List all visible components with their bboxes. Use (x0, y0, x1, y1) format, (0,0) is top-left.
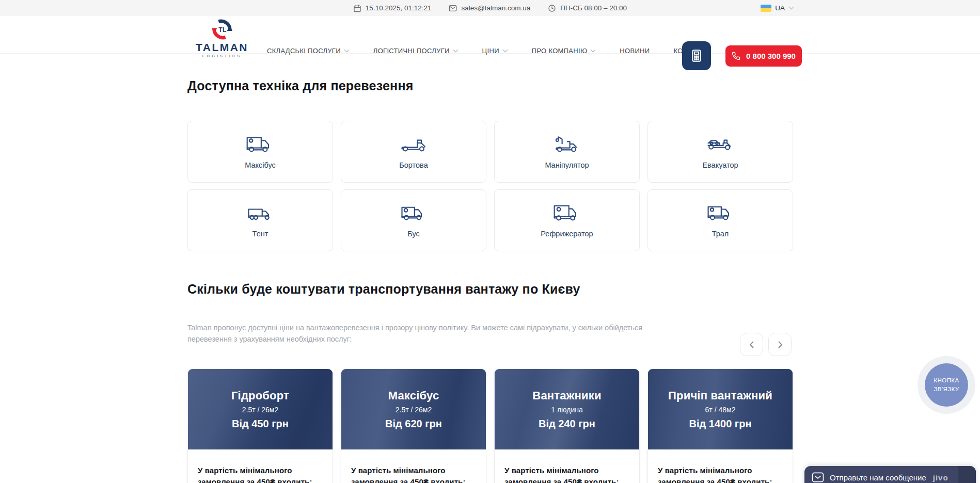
chat-widget-bar[interactable]: Отправьте нам сообщение jivo (804, 466, 976, 483)
phone-call-button[interactable]: 0 800 300 990 (725, 45, 802, 67)
nav-item-about-company[interactable]: ПРО КОМПАНІЮ (532, 47, 596, 55)
svg-text:TL: TL (218, 26, 227, 34)
carousel-nav (740, 333, 792, 356)
price-card-capacity: 6т / 48м2 (705, 406, 736, 414)
box-truck-logo-icon (245, 134, 276, 155)
price-card-note: У вартість мінімального замовлення за 45… (198, 465, 323, 483)
talman-logo[interactable]: TL TALMAN LOGISTICS (186, 18, 258, 58)
pricing-section-title: Скільки буде коштувати транспортування в… (187, 282, 793, 297)
flatbed-truck-icon (398, 134, 429, 155)
chevron-right-icon (778, 341, 783, 349)
nav-label: ПРО КОМПАНІЮ (532, 47, 588, 55)
email-text: sales@talman.com.ua (461, 4, 530, 12)
price-card-body: У вартість мінімального замовлення за 45… (188, 449, 333, 483)
price-card-photo: Вантажники 1 людина Від 240 грн (495, 369, 639, 449)
price-card-title: Вантажники (532, 389, 601, 403)
nav-item-prices[interactable]: ЦІНИ (482, 47, 508, 55)
carousel-prev-button[interactable] (740, 333, 763, 356)
trailer-truck-icon (705, 203, 736, 223)
vehicle-card-flatbed[interactable]: Бортова (341, 121, 486, 183)
email-link[interactable]: sales@talman.com.ua (449, 4, 530, 12)
nav-label: ЦІНИ (482, 47, 499, 55)
vehicle-card-refrigerator[interactable]: Рефрижератор (494, 189, 640, 251)
price-card-capacity: 2.5т / 26м2 (242, 406, 279, 414)
vehicle-card-bus[interactable]: Бус (341, 189, 486, 251)
chat-bar-cap (958, 466, 976, 483)
chevron-down-icon (453, 49, 459, 53)
talman-homepage: 15.10.2025, 01:12:21 sales@talman.com.ua… (0, 0, 980, 483)
chevron-down-icon (344, 49, 350, 53)
price-card-price: Від 240 грн (539, 418, 595, 430)
language-selector[interactable]: UA (761, 0, 794, 16)
working-hours: ПН-СБ 08:00 – 20:00 (548, 4, 627, 12)
chevron-down-icon (788, 6, 794, 10)
vehicle-label: Рефрижератор (541, 230, 593, 238)
price-card-photo: Гідроборт 2.5т / 26м2 Від 450 грн (188, 369, 333, 449)
message-icon (812, 472, 824, 482)
price-card-photo: Причіп вантажний 6т / 48м2 Від 1400 грн (648, 369, 793, 449)
connect-label-line2: ЗВ'ЯЗКУ (934, 386, 959, 392)
vehicle-label: Трал (712, 230, 729, 238)
price-card-price: Від 1400 грн (689, 418, 752, 430)
price-card-price: Від 620 грн (385, 418, 442, 430)
price-card-carousel: Гідроборт 2.5т / 26м2 Від 450 грн У варт… (187, 368, 793, 483)
top-info-bar: 15.10.2025, 01:12:21 sales@talman.com.ua… (0, 0, 980, 16)
nav-item-news[interactable]: НОВИНИ (620, 47, 650, 55)
nav-item-warehouse-services[interactable]: СКЛАДСЬКІ ПОСЛУГИ (267, 47, 350, 55)
phone-number: 0 800 300 990 (746, 52, 796, 60)
carousel-next-button[interactable] (768, 333, 792, 356)
price-card-price: Від 450 грн (232, 418, 289, 430)
calculator-button[interactable] (682, 41, 711, 70)
datetime-text: 15.10.2025, 01:12:21 (366, 4, 432, 12)
chevron-down-icon (502, 49, 508, 53)
chevron-down-icon (590, 49, 596, 53)
vehicle-label: Бус (407, 230, 420, 238)
jivo-logo: jivo (933, 473, 949, 482)
datetime-display: 15.10.2025, 01:12:21 (353, 4, 432, 12)
language-code: UA (775, 4, 785, 12)
pricing-description: Talman пропонує доступні ціни на вантажо… (187, 322, 670, 345)
nav-item-logistics-services[interactable]: ЛОГІСТИЧНІ ПОСЛУГИ (373, 47, 459, 55)
price-card-loaders[interactable]: Вантажники 1 людина Від 240 грн У вартіс… (494, 368, 640, 483)
main-header: TL TALMAN LOGISTICS СКЛАДСЬКІ ПОСЛУГИ ЛО… (0, 16, 980, 54)
van-icon (398, 203, 429, 223)
main-nav: СКЛАДСЬКІ ПОСЛУГИ ЛОГІСТИЧНІ ПОСЛУГИ ЦІН… (267, 32, 734, 69)
vehicle-label: Евакуатор (702, 161, 738, 169)
price-card-note: У вартість мінімального замовлення за 45… (504, 465, 629, 483)
vehicles-section-title: Доступна техніка для перевезення (187, 78, 793, 93)
price-card-hydroboard[interactable]: Гідроборт 2.5т / 26м2 Від 450 грн У варт… (187, 368, 333, 483)
nav-label: ЛОГІСТИЧНІ ПОСЛУГИ (373, 47, 450, 55)
price-card-note: У вартість мінімального замовлення за 45… (351, 465, 476, 483)
connect-button[interactable]: КНОПКА ЗВ'ЯЗКУ (925, 363, 968, 407)
clock-icon (548, 4, 556, 12)
vehicle-label: Маніпулятор (545, 161, 589, 169)
vehicle-label: Тент (252, 230, 268, 238)
price-card-title: Причіп вантажний (668, 389, 772, 403)
vehicle-card-tral[interactable]: Трал (647, 189, 793, 251)
vehicle-card-evacuator[interactable]: Евакуатор (647, 121, 793, 183)
chevron-left-icon (749, 341, 754, 349)
refrigerator-truck-icon (551, 203, 582, 223)
price-card-photo: Максібус 2.5т / 26м2 Від 620 грн (341, 369, 486, 449)
car-carrier-icon (705, 134, 736, 155)
price-card-capacity: 2.5т / 26м2 (396, 406, 432, 414)
price-card-cargo-trailer[interactable]: Причіп вантажний 6т / 48м2 Від 1400 грн … (647, 368, 793, 483)
tent-truck-icon (245, 203, 276, 223)
vehicle-grid: Максібус Бортова Маніпулятор Евакуатор Т… (187, 121, 793, 251)
vehicle-label: Бортова (399, 161, 428, 169)
price-card-title: Гідроборт (231, 389, 289, 403)
price-card-body: У вартість мінімального замовлення за 45… (341, 449, 486, 483)
vehicle-card-tent[interactable]: Тент (187, 189, 333, 251)
price-card-title: Максібус (388, 389, 439, 403)
vehicle-card-maxibus[interactable]: Максібус (187, 121, 333, 183)
price-card-capacity: 1 людина (551, 406, 583, 414)
nav-label: НОВИНИ (620, 47, 650, 55)
calendar-icon (353, 4, 361, 12)
price-card-maxibus[interactable]: Максібус 2.5т / 26м2 Від 620 грн У варті… (341, 368, 486, 483)
crane-truck-icon (551, 134, 582, 155)
vehicle-card-manipulator[interactable]: Маніпулятор (494, 121, 640, 183)
logo-tagline: LOGISTICS (186, 54, 258, 58)
envelope-icon (449, 4, 457, 12)
price-card-body: У вартість мінімального замовлення за 45… (495, 449, 639, 483)
chat-message-text: Отправьте нам сообщение (830, 473, 926, 482)
